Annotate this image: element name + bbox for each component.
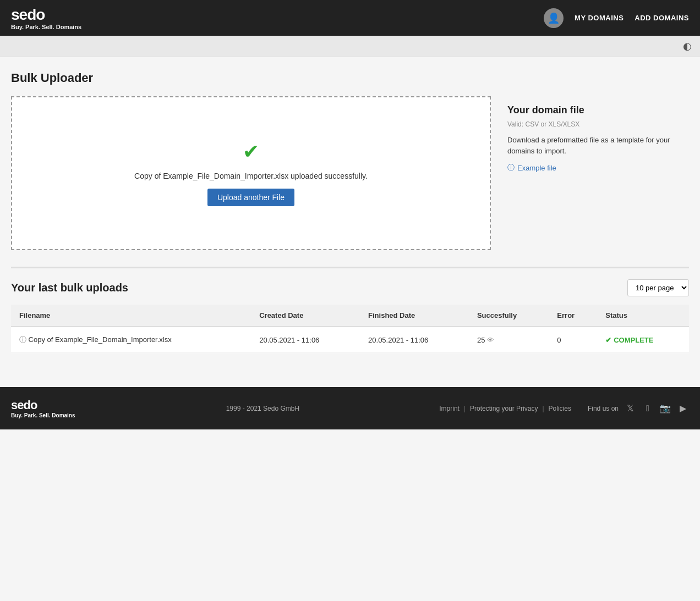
footer-links: Imprint | Protecting your Privacy | Poli… (439, 405, 571, 412)
footer-copyright: 1999 - 2021 Sedo GmbH (103, 405, 423, 412)
page-title: Bulk Uploader (11, 71, 689, 85)
domain-file-description: Download a preformatted file as a templa… (507, 135, 689, 156)
table-row: ⓘ Copy of Example_File_Domain_Importer.x… (11, 327, 689, 353)
toolbar-strip: ◐ (0, 36, 700, 57)
footer-privacy-link[interactable]: Protecting your Privacy (470, 405, 538, 412)
avatar[interactable]: 👤 (544, 8, 564, 28)
table-body: ⓘ Copy of Example_File_Domain_Importer.x… (11, 327, 689, 353)
col-status: Status (597, 305, 689, 327)
col-finished-date: Finished Date (360, 305, 469, 327)
uploads-section-title: Your last bulk uploads (11, 282, 128, 294)
upload-success-text: Copy of Example_File_Domain_Importer.xls… (134, 172, 368, 180)
col-error: Error (549, 305, 597, 327)
logo-tagline: Buy. Park. Sell. Domains (11, 24, 544, 30)
footer-policies-link[interactable]: Policies (549, 405, 571, 412)
col-created-date: Created Date (251, 305, 360, 327)
footer: sedo Buy. Park. Sell. Domains 1999 - 202… (0, 387, 700, 429)
eye-icon[interactable]: 👁 (487, 336, 494, 344)
footer-sep-1: | (464, 405, 466, 412)
status-checkmark-icon: ✔ (605, 336, 611, 344)
upload-section: ✔ Copy of Example_File_Domain_Importer.x… (11, 96, 689, 250)
cell-filename: ⓘ Copy of Example_File_Domain_Importer.x… (11, 327, 251, 353)
youtube-icon[interactable]: ▶ (677, 402, 689, 415)
footer-social: Find us on 𝕏 𝕉 📷 ▶ (588, 402, 689, 415)
tagline-prefix: Buy. Park. Sell. (11, 24, 54, 30)
cell-successfully: 25 👁 (469, 327, 549, 353)
header-nav: 👤 MY DOMAINS ADD DOMAINS (544, 8, 689, 28)
col-filename: Filename (11, 305, 251, 327)
status-badge: ✔ COMPLETE (605, 336, 681, 344)
info-circle-icon[interactable]: ⓘ (19, 335, 26, 344)
facebook-icon[interactable]: 𝕉 (642, 402, 654, 415)
cell-status: ✔ COMPLETE (597, 327, 689, 353)
cell-error: 0 (549, 327, 597, 353)
nav-add-domains[interactable]: ADD DOMAINS (635, 14, 689, 22)
social-label: Find us on (588, 405, 619, 412)
logo-text: sedo (11, 6, 544, 24)
footer-tagline-prefix: Buy. Park. Sell. (11, 412, 51, 418)
col-successfully: Succesfully (469, 305, 549, 327)
drop-zone[interactable]: ✔ Copy of Example_File_Domain_Importer.x… (11, 96, 491, 250)
success-checkmark: ✔ (243, 140, 259, 163)
example-file-link[interactable]: ⓘ Example file (507, 163, 689, 173)
cell-created-date: 20.05.2021 - 11:06 (251, 327, 360, 353)
contrast-icon[interactable]: ◐ (683, 40, 692, 52)
domain-file-title: Your domain file (507, 104, 689, 116)
nav-my-domains[interactable]: MY DOMAINS (575, 14, 624, 22)
header: sedo Buy. Park. Sell. Domains 👤 MY DOMAI… (0, 0, 700, 36)
instagram-icon[interactable]: 📷 (659, 402, 671, 415)
table-header: Filename Created Date Finished Date Succ… (11, 305, 689, 327)
domain-file-info: Your domain file Valid: CSV or XLS/XLSX … (507, 96, 689, 250)
footer-imprint-link[interactable]: Imprint (439, 405, 460, 412)
circle-info-icon: ⓘ (507, 163, 515, 173)
footer-tagline-suffix: Domains (52, 412, 75, 418)
domain-file-subtitle: Valid: CSV or XLS/XLSX (507, 120, 689, 128)
footer-logo-text: sedo (11, 398, 75, 412)
cell-finished-date: 20.05.2021 - 11:06 (360, 327, 469, 353)
tagline-suffix: Domains (56, 24, 81, 30)
uploads-header: Your last bulk uploads 10 per page 25 pe… (11, 279, 689, 296)
twitter-icon[interactable]: 𝕏 (624, 402, 636, 415)
uploads-table: Filename Created Date Finished Date Succ… (11, 305, 689, 353)
example-file-label: Example file (517, 164, 556, 172)
status-label: COMPLETE (614, 336, 653, 344)
table-header-row: Filename Created Date Finished Date Succ… (11, 305, 689, 327)
main-content: Bulk Uploader ✔ Copy of Example_File_Dom… (0, 57, 700, 387)
footer-sep-2: | (542, 405, 544, 412)
footer-tagline: Buy. Park. Sell. Domains (11, 412, 75, 418)
footer-logo: sedo Buy. Park. Sell. Domains (11, 398, 75, 418)
upload-another-button[interactable]: Upload another File (207, 189, 294, 206)
section-divider (11, 267, 689, 268)
per-page-select[interactable]: 10 per page 25 per page 50 per page (627, 279, 689, 296)
header-logo: sedo Buy. Park. Sell. Domains (11, 6, 544, 30)
